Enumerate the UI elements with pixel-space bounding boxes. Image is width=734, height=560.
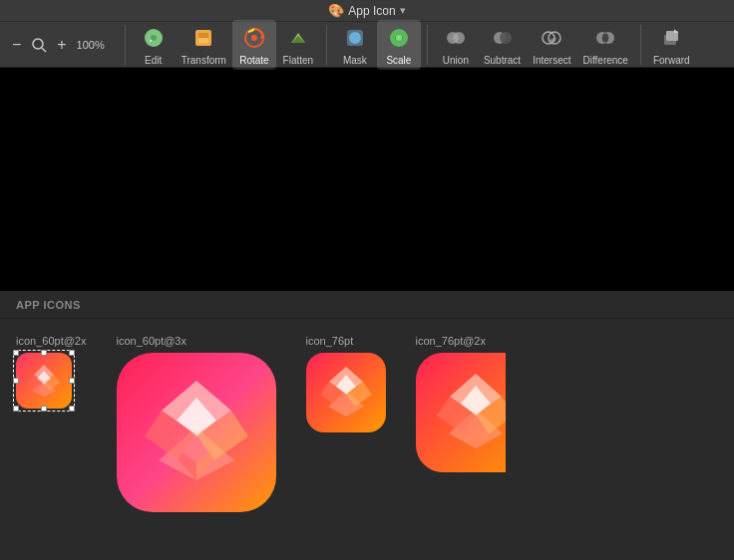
svg-point-8 [349, 32, 361, 44]
svg-point-3 [151, 35, 157, 41]
mask-label: Mask [343, 55, 367, 66]
selection-handle-bm [41, 406, 47, 412]
selection-handle-tl [13, 350, 19, 356]
selection-handle-tm [41, 350, 47, 356]
selection-handle-bl [13, 406, 19, 412]
toolbar-flatten[interactable]: Flatten [276, 20, 320, 70]
rotate-label: Rotate [239, 55, 268, 66]
flatten-label: Flatten [283, 55, 314, 66]
selection-handle-tr [69, 350, 75, 356]
title-dropdown-icon[interactable]: ▾ [400, 4, 406, 17]
toolbar-subtract[interactable]: Subtract [478, 20, 527, 70]
toolbar-rotate[interactable]: Rotate [232, 20, 276, 70]
svg-point-0 [33, 39, 43, 49]
scale-label: Scale [386, 55, 411, 66]
toolbar-edit[interactable]: Edit [132, 20, 176, 70]
app-title: App Icon [348, 4, 395, 18]
icon-label: icon_76pt@2x [416, 335, 487, 347]
main-content: APP ICONS icon_60pt@2x [0, 68, 734, 560]
icon-label: icon_76pt [306, 335, 354, 347]
svg-point-6 [251, 35, 257, 41]
transform-label: Transform [182, 55, 226, 66]
title-text: 🎨 App Icon ▾ [328, 3, 405, 18]
edit-label: Edit [145, 55, 162, 66]
toolbar-divider-2 [326, 25, 327, 65]
flatten-icon [284, 24, 312, 52]
icon-60pt-3x [117, 353, 276, 512]
subtract-icon [489, 24, 517, 52]
toolbar-union[interactable]: Union [434, 20, 478, 70]
icon-76pt-2x [416, 353, 506, 472]
icon-label: icon_60pt@2x [16, 335, 87, 347]
rotate-icon [240, 24, 268, 52]
icons-grid: icon_60pt@2x [0, 319, 734, 560]
icon-60pt-2x [16, 353, 72, 409]
app-icons-section: APP ICONS icon_60pt@2x [0, 291, 734, 560]
zoom-level: 100% [75, 39, 107, 51]
selection-handle-rm [69, 378, 75, 384]
section-header: APP ICONS [0, 291, 734, 319]
svg-line-1 [42, 48, 46, 52]
toolbar-intersect[interactable]: Intersect [527, 20, 576, 70]
difference-label: Difference [583, 55, 628, 66]
union-icon [442, 24, 470, 52]
zoom-icon [29, 35, 49, 55]
list-item[interactable]: icon_76pt@2x [416, 335, 506, 472]
union-label: Union [443, 55, 469, 66]
selection-handle-lm [13, 378, 19, 384]
title-bar: 🎨 App Icon ▾ [0, 0, 734, 22]
icon-76pt [306, 353, 386, 432]
toolbar: − + 100% Edit Tr [0, 22, 734, 68]
canvas-area[interactable]: APP ICONS icon_60pt@2x [0, 68, 734, 560]
zoom-out-button[interactable]: − [8, 35, 25, 55]
icon-label: icon_60pt@3x [117, 335, 187, 347]
difference-icon [591, 24, 619, 52]
intersect-label: Intersect [533, 55, 570, 66]
toolbar-forward[interactable]: Forward [647, 20, 696, 70]
forward-icon [657, 24, 685, 52]
scale-icon [385, 24, 413, 52]
selection-handle-br [69, 406, 75, 412]
forward-label: Forward [653, 55, 690, 66]
intersect-icon [538, 24, 565, 52]
zoom-controls: − + 100% [8, 35, 107, 55]
mask-icon [341, 24, 369, 52]
list-item[interactable]: icon_60pt@2x [16, 335, 87, 409]
icon-selected-wrapper [16, 353, 72, 409]
toolbar-scale[interactable]: Scale [377, 20, 421, 70]
svg-point-10 [396, 35, 402, 41]
toolbar-divider-1 [125, 25, 126, 65]
toolbar-divider-3 [427, 25, 428, 65]
zoom-in-button[interactable]: + [53, 35, 70, 55]
svg-point-12 [453, 32, 465, 44]
list-item[interactable]: icon_60pt@3x [117, 335, 276, 512]
toolbar-mask[interactable]: Mask [333, 20, 377, 70]
toolbar-transform[interactable]: Transform [176, 20, 232, 70]
toolbar-difference[interactable]: Difference [577, 20, 634, 70]
subtract-label: Subtract [484, 55, 521, 66]
transform-icon [189, 24, 217, 52]
toolbar-divider-4 [640, 25, 641, 65]
list-item[interactable]: icon_76pt [306, 335, 386, 432]
edit-icon [140, 24, 168, 52]
svg-point-14 [500, 32, 512, 44]
